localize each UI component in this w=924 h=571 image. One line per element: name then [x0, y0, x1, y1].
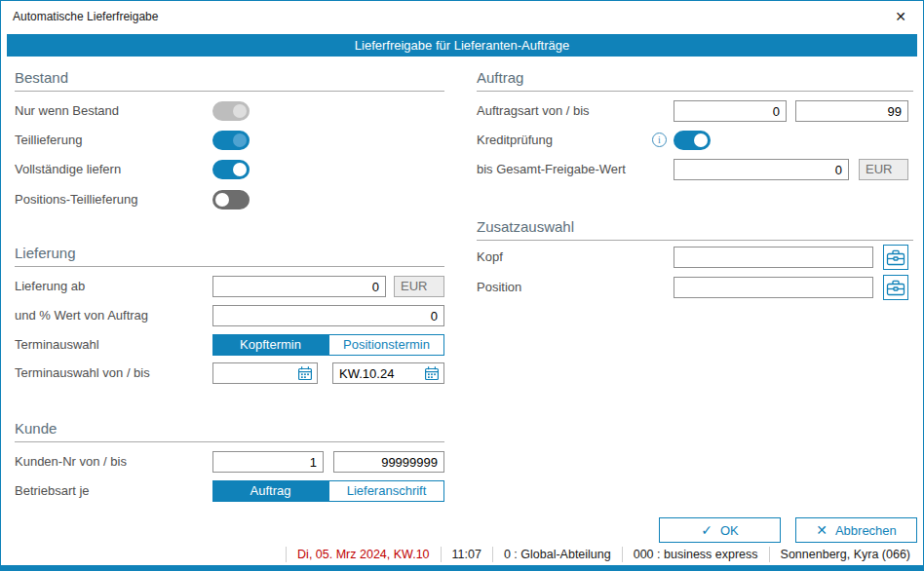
calendar-icon[interactable]: [424, 365, 440, 381]
label-vollstaendige-liefern: Vollständige liefern: [15, 160, 121, 179]
label-position: Position: [477, 277, 521, 298]
close-icon: ✕: [895, 9, 906, 24]
freigabe-wert-currency: EUR: [859, 159, 908, 180]
section-heading-zusatzauswahl: Zusatzauswahl: [477, 218, 913, 241]
toggle-knob: [233, 104, 247, 118]
label-freigabe-wert: bis Gesamt-Freigabe-Wert: [477, 159, 626, 180]
info-icon[interactable]: i: [652, 133, 667, 147]
kunden-nr-bis-input[interactable]: [333, 451, 444, 473]
bottom-accent-strip: [1, 565, 923, 570]
lieferung-ab-input[interactable]: [212, 276, 386, 297]
label-prozent-wert: und % Wert von Auftrag: [15, 305, 148, 326]
check-icon: ✓: [701, 522, 712, 538]
calendar-icon[interactable]: [297, 365, 313, 381]
banner: Lieferfreigabe für Lieferanten-Aufträge: [7, 34, 917, 57]
label-auftragsart: Auftragsart von / bis: [477, 100, 590, 122]
termin-bis-value: KW.10.24: [333, 366, 424, 381]
close-button[interactable]: ✕: [882, 1, 919, 31]
toggle-knob: [694, 133, 708, 147]
label-teillieferung: Teillieferung: [15, 131, 82, 150]
lieferung-ab-currency: EUR: [394, 276, 444, 297]
kopf-input[interactable]: [674, 247, 873, 268]
termin-von-datefield[interactable]: [212, 362, 318, 384]
position-input[interactable]: [674, 277, 873, 298]
section-heading-bestand: Bestand: [15, 69, 444, 92]
terminauswahl-segment: Kopftermin Positionstermin: [212, 334, 444, 356]
cancel-button[interactable]: ✕ Abbrechen: [795, 517, 917, 543]
ok-button-label: OK: [720, 523, 739, 538]
briefcase-icon: [886, 280, 905, 296]
section-heading-kunde: Kunde: [15, 420, 444, 442]
kunden-nr-von-input[interactable]: [212, 451, 324, 473]
toggle-positions-teillieferung[interactable]: [212, 190, 250, 209]
freigabe-wert-input[interactable]: [674, 159, 849, 180]
terminauswahl-kopftermin-button[interactable]: Kopftermin: [212, 334, 328, 356]
toggle-nur-wenn-bestand[interactable]: [212, 101, 250, 121]
betriebsart-auftrag-button[interactable]: Auftrag: [212, 480, 328, 502]
label-lieferung-ab: Lieferung ab: [15, 276, 85, 297]
toggle-knob: [233, 163, 247, 176]
label-betriebsart: Betriebsart je: [15, 480, 90, 502]
briefcase-icon: [886, 249, 905, 266]
toggle-vollstaendige-liefern[interactable]: [212, 160, 250, 179]
cancel-button-label: Abbrechen: [835, 523, 897, 538]
betriebsart-segment: Auftrag Lieferanschrift: [212, 480, 444, 502]
terminauswahl-positionstermin-button[interactable]: Positionstermin: [328, 334, 444, 356]
section-heading-lieferung: Lieferung: [15, 245, 444, 267]
label-terminauswahl: Terminauswahl: [15, 334, 99, 356]
status-bar: Di, 05. Mrz 2024, KW.10 11:07 0 : Global…: [1, 544, 921, 565]
dialog-automatische-lieferfreigabe: Automatische Lieferfreigabe ✕ Lieferfrei…: [0, 0, 924, 571]
ok-button[interactable]: ✓ OK: [659, 517, 781, 543]
kopf-selection-button[interactable]: [883, 245, 908, 270]
toggle-knob: [215, 193, 229, 207]
toggle-teillieferung[interactable]: [212, 131, 250, 150]
label-kopf: Kopf: [477, 247, 503, 268]
section-heading-auftrag: Auftrag: [477, 69, 913, 92]
status-time: 11:07: [441, 547, 492, 562]
auftragsart-bis-input[interactable]: [795, 100, 908, 122]
label-terminauswahl-von-bis: Terminauswahl von / bis: [15, 362, 150, 384]
label-positions-teillieferung: Positions-Teillieferung: [15, 190, 137, 209]
betriebsart-lieferanschrift-button[interactable]: Lieferanschrift: [328, 480, 444, 502]
status-date: Di, 05. Mrz 2024, KW.10: [286, 547, 440, 562]
auftragsart-von-input[interactable]: [674, 100, 787, 122]
toggle-knob: [233, 133, 247, 147]
status-user: Sonnenberg, Kyra (066): [769, 547, 921, 562]
prozent-wert-input[interactable]: [212, 305, 444, 326]
position-selection-button[interactable]: [883, 275, 908, 300]
status-company: 000 : business express: [622, 547, 769, 562]
banner-title: Lieferfreigabe für Lieferanten-Aufträge: [355, 38, 569, 53]
termin-bis-datefield[interactable]: KW.10.24: [332, 362, 444, 384]
x-icon: ✕: [816, 522, 828, 538]
label-nur-wenn-bestand: Nur wenn Bestand: [15, 101, 119, 121]
status-department: 0 : Global-Abteilung: [492, 547, 622, 562]
label-kreditpruefung: Kreditprüfung: [477, 131, 553, 150]
toggle-kreditpruefung[interactable]: [674, 131, 711, 150]
window-title: Automatische Lieferfreigabe: [13, 1, 158, 32]
label-kunden-nr: Kunden-Nr von / bis: [15, 451, 127, 473]
titlebar: Automatische Lieferfreigabe ✕: [1, 1, 923, 32]
